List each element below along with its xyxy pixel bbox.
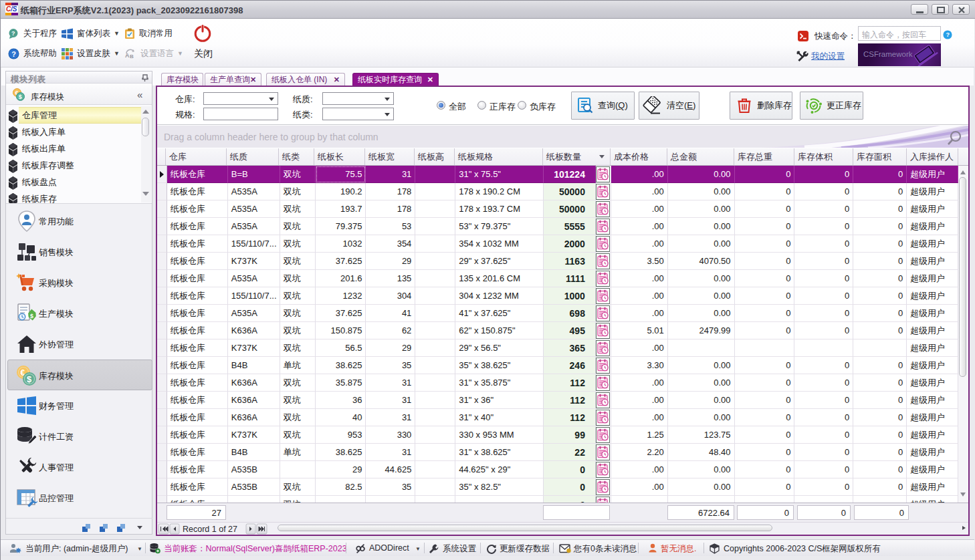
svg-text:B: B — [130, 53, 134, 59]
svg-text:Record 1 of 27: Record 1 of 27 — [183, 525, 237, 534]
svg-text:$: $ — [30, 313, 33, 319]
svg-text:A: A — [125, 52, 130, 59]
svg-text:?: ? — [11, 49, 16, 57]
svg-text:$: $ — [19, 94, 22, 100]
svg-text:$: $ — [27, 374, 32, 384]
svg-text:/S: /S — [10, 5, 17, 13]
svg-text:?: ? — [11, 30, 15, 37]
svg-text:?: ? — [946, 31, 950, 38]
